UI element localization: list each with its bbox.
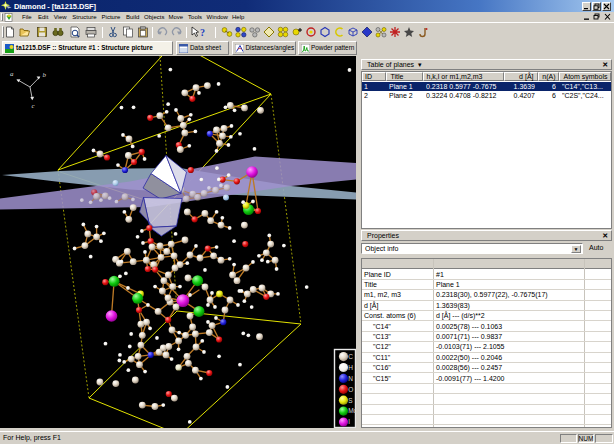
svg-text:?: ? (200, 27, 205, 38)
svg-text:O: O (348, 386, 353, 393)
svg-text:I: I (348, 418, 350, 425)
svg-text:Mo: Mo (348, 407, 356, 414)
svg-text:N: N (348, 375, 353, 382)
svg-text:H: H (348, 364, 353, 371)
svg-text:S: S (348, 397, 353, 404)
svg-text:c: c (32, 102, 36, 110)
svg-text:C: C (348, 353, 353, 360)
svg-text:b: b (43, 71, 47, 79)
svg-text:a: a (10, 70, 14, 78)
